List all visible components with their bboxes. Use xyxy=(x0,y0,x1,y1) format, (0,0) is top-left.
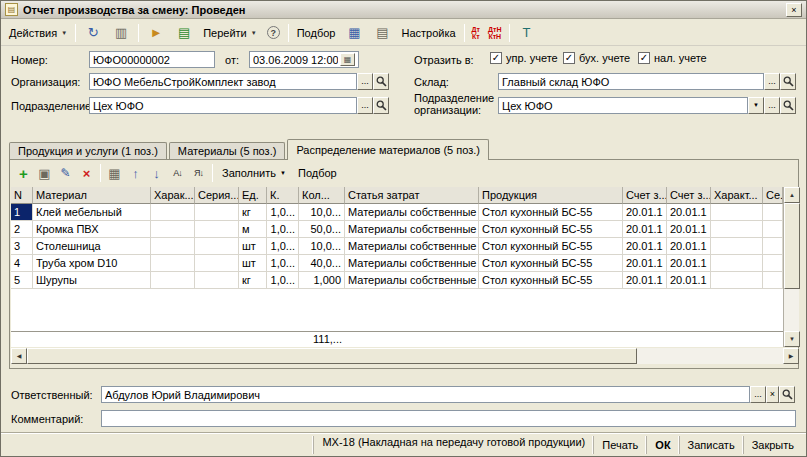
edit-row-button[interactable]: ✎ xyxy=(55,163,76,183)
cell-r5-c8[interactable]: Стол кухонный БС-55 xyxy=(479,272,623,289)
cell-r1-c9[interactable]: 20.01.1 xyxy=(623,204,667,221)
department-open-icon[interactable] xyxy=(373,97,389,114)
refresh-icon-button[interactable]: ↻ xyxy=(79,22,107,44)
horizontal-scrollbar[interactable]: ◀ ▶ xyxy=(11,348,799,364)
cell-r3-c1[interactable]: Столешница xyxy=(33,238,151,255)
buh-checkbox[interactable]: ✓ xyxy=(563,52,575,64)
cell-r5-c1[interactable]: Шурупы xyxy=(33,272,151,289)
cell-r1-c8[interactable]: Стол кухонный БС-55 xyxy=(479,204,623,221)
number-input[interactable]: ЮФО00000002 xyxy=(89,51,215,68)
column-header-6[interactable]: Кол... xyxy=(299,187,345,204)
help-button[interactable]: ? xyxy=(262,22,285,44)
cell-r2-c8[interactable]: Стол кухонный БС-55 xyxy=(479,221,623,238)
column-header-8[interactable]: Продукция xyxy=(479,187,623,204)
structure-icon-button[interactable]: ▥ xyxy=(107,22,135,44)
cell-r5-c12[interactable] xyxy=(763,272,783,289)
responsible-clear-icon[interactable]: × xyxy=(766,386,779,403)
responsible-open-icon[interactable] xyxy=(779,386,795,403)
cell-r5-c6[interactable]: 1,000 xyxy=(299,272,345,289)
cell-r1-c11[interactable] xyxy=(711,204,763,221)
edit-grid-icon-button[interactable]: ▤ xyxy=(368,22,396,44)
tab-materials[interactable]: Материалы (5 поз.) xyxy=(169,142,286,160)
date-input[interactable]: 03.06.2009 12:00:00 ▦ xyxy=(249,51,359,68)
cell-r4-c10[interactable]: 20.01.1 xyxy=(667,255,711,272)
cell-r5-c4[interactable]: кг xyxy=(239,272,267,289)
cell-r3-c2[interactable] xyxy=(151,238,195,255)
table-row[interactable]: 4Труба хром D10шт1,0...40,0...Материалы … xyxy=(11,255,799,272)
add-row-button[interactable]: + xyxy=(13,163,34,183)
cell-r5-c10[interactable]: 20.01.1 xyxy=(667,272,711,289)
cell-r1-c1[interactable]: Клей мебельный xyxy=(33,204,151,221)
close-button[interactable]: × xyxy=(786,3,802,17)
horizontal-scroll-thumb[interactable] xyxy=(27,348,637,364)
scroll-down-icon[interactable]: ▼ xyxy=(784,331,800,347)
org-department-dropdown-icon[interactable]: ▼ xyxy=(748,97,764,114)
tab-material-distribution[interactable]: Распределение материалов (5 поз.) xyxy=(287,139,489,160)
cell-r1-c12[interactable] xyxy=(763,204,783,221)
warehouse-input[interactable]: Главный склад ЮФО xyxy=(498,73,764,90)
upr-checkbox[interactable]: ✓ xyxy=(490,52,502,64)
cell-r4-c4[interactable]: шт xyxy=(239,255,267,272)
cell-r2-c6[interactable]: 50,0... xyxy=(299,221,345,238)
cell-r3-c10[interactable]: 20.01.1 xyxy=(667,238,711,255)
end-edit-button[interactable]: ▦ xyxy=(104,163,125,183)
fill-button[interactable]: Заполнить ▼ xyxy=(216,163,292,183)
cell-r4-c0[interactable]: 4 xyxy=(11,255,33,272)
cell-r3-c8[interactable]: Стол кухонный БС-55 xyxy=(479,238,623,255)
table-row[interactable]: 5Шурупыкг1,0...1,000Материалы собственны… xyxy=(11,272,799,289)
delete-row-button[interactable]: × xyxy=(76,163,97,183)
close-form-button[interactable]: Закрыть xyxy=(743,436,802,454)
podbor-button[interactable]: Подбор xyxy=(292,22,341,44)
cell-r5-c11[interactable] xyxy=(711,272,763,289)
column-header-11[interactable]: Характ... xyxy=(711,187,763,204)
department-select-button[interactable]: ... xyxy=(357,97,373,114)
copy-row-button[interactable]: ▣ xyxy=(34,163,55,183)
organization-select-button[interactable]: ... xyxy=(357,73,373,90)
cell-r2-c5[interactable]: 1,0... xyxy=(267,221,299,238)
cell-r3-c9[interactable]: 20.01.1 xyxy=(623,238,667,255)
based-on-icon-button[interactable]: ► xyxy=(142,22,170,44)
scroll-up-icon[interactable]: ▲ xyxy=(784,187,800,203)
column-header-2[interactable]: Харак... xyxy=(151,187,195,204)
sort-asc-button[interactable]: А↓ xyxy=(167,163,188,183)
cell-r2-c10[interactable]: 20.01.1 xyxy=(667,221,711,238)
responsible-select-button[interactable]: ... xyxy=(750,386,766,403)
org-department-select-button[interactable]: ... xyxy=(764,97,780,114)
calendar-icon[interactable]: ▦ xyxy=(340,53,355,66)
cell-r3-c6[interactable]: 10,0... xyxy=(299,238,345,255)
tab-products[interactable]: Продукция и услуги (1 поз.) xyxy=(9,142,167,160)
sort-desc-button[interactable]: Я↓ xyxy=(188,163,209,183)
cell-r4-c8[interactable]: Стол кухонный БС-55 xyxy=(479,255,623,272)
postings-dtkt-button[interactable]: Дт Кт xyxy=(468,22,484,44)
cell-r3-c7[interactable]: Материалы собственные xyxy=(345,238,479,255)
cell-r4-c6[interactable]: 40,0... xyxy=(299,255,345,272)
cell-r4-c9[interactable]: 20.01.1 xyxy=(623,255,667,272)
comment-input[interactable] xyxy=(101,410,796,427)
table-row[interactable]: 2Кромка ПВХм1,0...50,0...Материалы собст… xyxy=(11,221,799,238)
organization-input[interactable]: ЮФО МебельСтройКомплект завод xyxy=(89,73,357,90)
cell-r3-c12[interactable] xyxy=(763,238,783,255)
column-header-10[interactable]: Счет з... xyxy=(667,187,711,204)
column-header-1[interactable]: Материал xyxy=(33,187,151,204)
scroll-left-icon[interactable]: ◀ xyxy=(11,348,27,364)
cell-r2-c7[interactable]: Материалы собственные xyxy=(345,221,479,238)
column-header-9[interactable]: Счет з... xyxy=(623,187,667,204)
cell-r3-c0[interactable]: 3 xyxy=(11,238,33,255)
cell-r4-c3[interactable] xyxy=(195,255,239,272)
column-header-7[interactable]: Статья затрат xyxy=(345,187,479,204)
cell-r2-c3[interactable] xyxy=(195,221,239,238)
department-input[interactable]: Цех ЮФО xyxy=(89,97,357,114)
cell-r1-c2[interactable] xyxy=(151,204,195,221)
cell-r4-c11[interactable] xyxy=(711,255,763,272)
move-down-button[interactable]: ↓ xyxy=(146,163,167,183)
cell-r5-c3[interactable] xyxy=(195,272,239,289)
warehouse-open-icon[interactable] xyxy=(780,73,796,90)
ok-button[interactable]: ОК xyxy=(646,436,678,454)
cell-r2-c9[interactable]: 20.01.1 xyxy=(623,221,667,238)
cell-r5-c2[interactable] xyxy=(151,272,195,289)
cell-r4-c5[interactable]: 1,0... xyxy=(267,255,299,272)
cell-r2-c11[interactable] xyxy=(711,221,763,238)
cell-r3-c5[interactable]: 1,0... xyxy=(267,238,299,255)
cell-r3-c4[interactable]: шт xyxy=(239,238,267,255)
cell-r1-c6[interactable]: 10,0... xyxy=(299,204,345,221)
